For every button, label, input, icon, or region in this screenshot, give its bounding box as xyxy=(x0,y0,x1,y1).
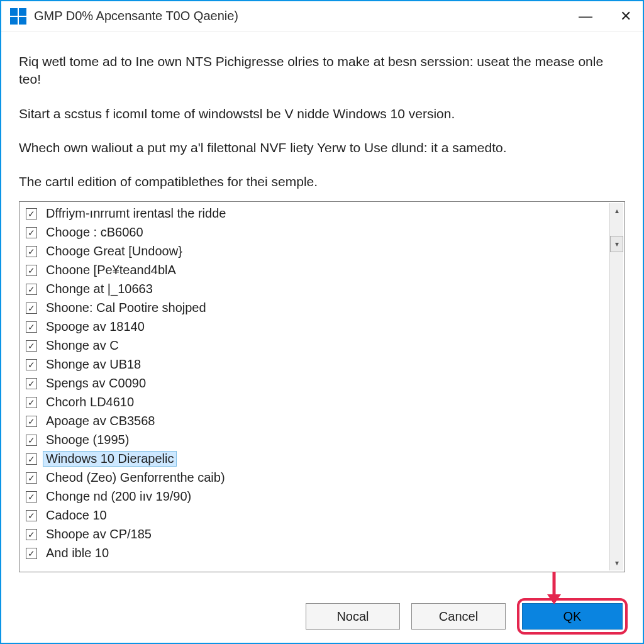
list-item-label: Shoone: Cal Pootire shojped xyxy=(43,301,209,315)
list-item[interactable]: Windows 10 Dierapelic xyxy=(26,450,622,469)
list-item-label: Chooge : cB6060 xyxy=(43,225,146,240)
list-item-label: Chonge nd (200 iıv 19/90) xyxy=(43,489,194,504)
scroll-down-arrow-icon[interactable]: ▾ xyxy=(610,555,623,570)
windows-logo-icon xyxy=(10,8,26,25)
checkbox[interactable] xyxy=(26,472,37,484)
list-item-label: And ible 10 xyxy=(43,546,111,560)
list-item[interactable]: Chonge nd (200 iıv 19/90) xyxy=(26,487,622,506)
list-item-label: Chcorh LD4610 xyxy=(43,395,136,409)
checkbox[interactable] xyxy=(26,303,37,314)
list-item-label: Shonge av C xyxy=(43,338,121,353)
nocal-button[interactable]: Nocal xyxy=(306,603,400,630)
dialog-body: Riq wetl tome ad to Ine own NTS Pichigre… xyxy=(1,31,643,586)
list-item-label: Spengs av C0090 xyxy=(43,376,148,391)
checkbox[interactable] xyxy=(26,208,37,219)
list-item-label: Apoage av CB3568 xyxy=(43,414,157,428)
titlebar: GMP D0% Apcensante T0O Qaenie) xyxy=(1,1,643,31)
checkbox[interactable] xyxy=(26,359,37,370)
checkbox[interactable] xyxy=(26,340,37,352)
checkbox[interactable] xyxy=(26,265,37,276)
list-item-label: Chooge Great [Undoow} xyxy=(43,244,185,258)
list-item[interactable]: Shonge av C xyxy=(26,336,622,355)
list-item[interactable]: Spooge av 18140 xyxy=(26,318,622,336)
list-item[interactable]: And ible 10 xyxy=(26,544,622,563)
list-item-label: Cheod (Zeo) Genforrenthe caib) xyxy=(43,470,228,485)
checkbox[interactable] xyxy=(26,548,37,559)
vertical-scrollbar[interactable]: ▴ ▾ ▾ xyxy=(609,203,623,570)
ok-button-highlight: QK xyxy=(517,598,628,635)
dialog-window: GMP D0% Apcensante T0O Qaenie) Riq wetl … xyxy=(0,0,644,644)
list-item[interactable]: Cheod (Zeo) Genforrenthe caib) xyxy=(26,469,622,487)
list-item-label: Shooge (1995) xyxy=(43,433,131,447)
list-item[interactable]: Shoone: Cal Pootire shojped xyxy=(26,299,622,318)
close-button[interactable] xyxy=(620,9,631,23)
checkbox[interactable] xyxy=(26,491,37,502)
checkbox[interactable] xyxy=(26,246,37,257)
checkbox[interactable] xyxy=(26,529,37,540)
list-item[interactable]: Spengs av C0090 xyxy=(26,374,622,393)
checkbox[interactable] xyxy=(26,510,37,521)
checkbox[interactable] xyxy=(26,397,37,408)
dialog-paragraph-3: Whech own waliout a put my a'l filettona… xyxy=(19,139,625,157)
checkbox[interactable] xyxy=(26,416,37,427)
dialog-paragraph-1: Riq wetl tome ad to Ine own NTS Pichigre… xyxy=(19,53,625,89)
dialog-button-row: Nocal Cancel QK xyxy=(1,586,643,643)
list-item-label: Windows 10 Dierapelic xyxy=(43,452,176,466)
list-item-label: Shoope av CP/185 xyxy=(43,527,154,541)
minimize-button[interactable] xyxy=(579,9,592,23)
list-item-label: Spooge av 18140 xyxy=(43,319,147,334)
checkbox[interactable] xyxy=(26,227,37,238)
list-item[interactable]: Choone [Pe¥teand4blA xyxy=(26,261,622,280)
scroll-down-button-icon[interactable]: ▾ xyxy=(610,236,623,252)
list-item-label: Dffriym-ınrrumt irentasl the ridde xyxy=(43,206,228,221)
list-item[interactable]: Shonge av UB18 xyxy=(26,355,622,374)
checkbox[interactable] xyxy=(26,321,37,333)
checkbox[interactable] xyxy=(26,284,37,295)
ok-button[interactable]: QK xyxy=(522,603,623,630)
list-item[interactable]: Chooge Great [Undoow} xyxy=(26,242,622,261)
list-item[interactable]: Shooge (1995) xyxy=(26,431,622,450)
cancel-button[interactable]: Cancel xyxy=(411,603,506,630)
checkbox[interactable] xyxy=(26,378,37,389)
list-item[interactable]: Cadoce 10 xyxy=(26,506,622,525)
list-item-label: Chonge at |_10663 xyxy=(43,282,155,296)
list-item[interactable]: Shoope av CP/185 xyxy=(26,525,622,544)
window-title: GMP D0% Apcensante T0O Qaenie) xyxy=(34,9,579,23)
checkbox[interactable] xyxy=(26,435,37,446)
cancel-button-label: Cancel xyxy=(439,609,478,624)
scroll-up-arrow-icon[interactable]: ▴ xyxy=(610,203,623,218)
window-controls xyxy=(579,9,638,23)
list-item-label: Shonge av UB18 xyxy=(43,357,143,372)
list-item[interactable]: Chonge at |_10663 xyxy=(26,280,622,299)
checkbox[interactable] xyxy=(26,453,37,465)
dialog-paragraph-4: The cartıl edition of compatiblethes for… xyxy=(19,173,625,191)
list-item[interactable]: Chooge : cB6060 xyxy=(26,223,622,242)
dialog-paragraph-2: Sitart a scstus f icomıl tome of windows… xyxy=(19,105,625,123)
list-item[interactable]: Dffriym-ınrrumt irentasl the ridde xyxy=(26,204,622,223)
ok-button-label: QK xyxy=(564,609,582,624)
list-item-label: Choone [Pe¥teand4blA xyxy=(43,263,179,277)
list-item-label: Cadoce 10 xyxy=(43,508,109,523)
list-item[interactable]: Apoage av CB3568 xyxy=(26,412,622,431)
list-item[interactable]: Chcorh LD4610 xyxy=(26,393,622,412)
nocal-button-label: Nocal xyxy=(336,609,369,624)
options-listbox[interactable]: Dffriym-ınrrumt irentasl the riddeChooge… xyxy=(19,201,625,572)
